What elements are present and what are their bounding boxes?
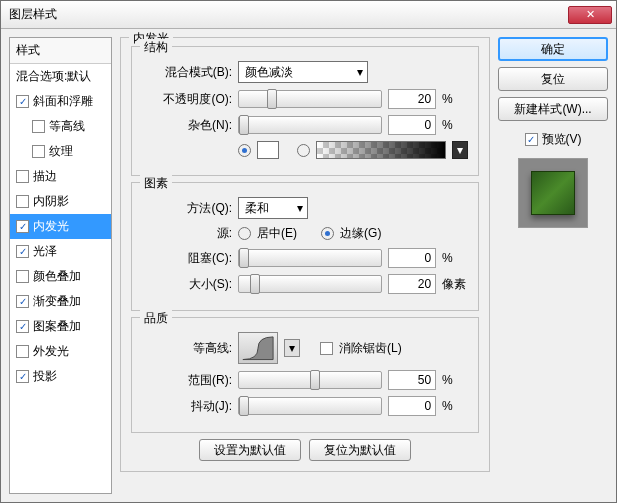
checkbox-icon[interactable] <box>32 145 45 158</box>
quality-legend: 品质 <box>140 310 172 327</box>
checkbox-icon[interactable] <box>16 245 29 258</box>
checkbox-icon[interactable] <box>16 295 29 308</box>
choke-unit: % <box>442 251 468 265</box>
contour-curve-icon <box>241 335 275 361</box>
jitter-label: 抖动(J): <box>142 398 232 415</box>
choke-input[interactable] <box>388 248 436 268</box>
style-item-bevel[interactable]: 斜面和浮雕 <box>10 89 111 114</box>
gradient-radio[interactable] <box>297 144 310 157</box>
style-list-header: 样式 <box>10 38 111 64</box>
source-center-label: 居中(E) <box>257 225 297 242</box>
style-item-stroke[interactable]: 描边 <box>10 164 111 189</box>
checkbox-icon[interactable] <box>16 170 29 183</box>
source-label: 源: <box>142 225 232 242</box>
range-input[interactable] <box>388 370 436 390</box>
titlebar: 图层样式 ✕ <box>1 1 616 29</box>
style-item-texture[interactable]: 纹理 <box>10 139 111 164</box>
style-item-outer-glow[interactable]: 外发光 <box>10 339 111 364</box>
main-panel: 内发光 结构 混合模式(B): 颜色减淡 不透明度(O): % 杂色(N): <box>120 37 490 494</box>
dialog-title: 图层样式 <box>9 6 568 23</box>
style-item-satin[interactable]: 光泽 <box>10 239 111 264</box>
inner-glow-group: 内发光 结构 混合模式(B): 颜色减淡 不透明度(O): % 杂色(N): <box>120 37 490 472</box>
preview-label: 预览(V) <box>542 131 582 148</box>
reset-default-button[interactable]: 复位为默认值 <box>309 439 411 461</box>
range-slider[interactable] <box>238 371 382 389</box>
glow-color-swatch[interactable] <box>257 141 279 159</box>
jitter-slider[interactable] <box>238 397 382 415</box>
size-input[interactable] <box>388 274 436 294</box>
style-item-inner-glow[interactable]: 内发光 <box>10 214 111 239</box>
cancel-button[interactable]: 复位 <box>498 67 608 91</box>
gradient-dropdown-icon[interactable]: ▾ <box>452 141 468 159</box>
checkbox-icon[interactable] <box>16 320 29 333</box>
source-edge-radio[interactable] <box>321 227 334 240</box>
checkbox-icon[interactable] <box>32 120 45 133</box>
close-button[interactable]: ✕ <box>568 6 612 24</box>
opacity-unit: % <box>442 92 468 106</box>
opacity-input[interactable] <box>388 89 436 109</box>
preview-swatch-icon <box>531 171 575 215</box>
style-item-contour[interactable]: 等高线 <box>10 114 111 139</box>
glow-gradient-picker[interactable] <box>316 141 446 159</box>
size-unit: 像素 <box>442 276 468 293</box>
preview-thumbnail <box>518 158 588 228</box>
style-item-inner-shadow[interactable]: 内阴影 <box>10 189 111 214</box>
size-label: 大小(S): <box>142 276 232 293</box>
color-radio[interactable] <box>238 144 251 157</box>
blend-mode-select[interactable]: 颜色减淡 <box>238 61 368 83</box>
checkbox-icon[interactable] <box>16 195 29 208</box>
style-list: 样式 混合选项:默认 斜面和浮雕 等高线 纹理 描边 内阴影 内发光 光泽 颜色… <box>9 37 112 494</box>
quality-group: 品质 等高线: ▾ 消除锯齿(L) 范围(R): <box>131 317 479 433</box>
checkbox-icon[interactable] <box>16 370 29 383</box>
choke-slider[interactable] <box>238 249 382 267</box>
structure-legend: 结构 <box>140 39 172 56</box>
source-center-radio[interactable] <box>238 227 251 240</box>
antialias-label: 消除锯齿(L) <box>339 340 402 357</box>
contour-label: 等高线: <box>142 340 232 357</box>
checkbox-icon[interactable] <box>16 220 29 233</box>
new-style-button[interactable]: 新建样式(W)... <box>498 97 608 121</box>
structure-group: 结构 混合模式(B): 颜色减淡 不透明度(O): % 杂色(N): <box>131 46 479 176</box>
style-item-pattern-overlay[interactable]: 图案叠加 <box>10 314 111 339</box>
noise-label: 杂色(N): <box>142 117 232 134</box>
set-default-button[interactable]: 设置为默认值 <box>199 439 301 461</box>
elements-legend: 图素 <box>140 175 172 192</box>
source-edge-label: 边缘(G) <box>340 225 381 242</box>
elements-group: 图素 方法(Q): 柔和 源: 居中(E) 边缘(G) 阻塞(C): <box>131 182 479 311</box>
range-unit: % <box>442 373 468 387</box>
contour-dropdown-icon[interactable]: ▾ <box>284 339 300 357</box>
checkbox-icon[interactable] <box>16 95 29 108</box>
preview-checkbox[interactable] <box>525 133 538 146</box>
range-label: 范围(R): <box>142 372 232 389</box>
jitter-input[interactable] <box>388 396 436 416</box>
opacity-label: 不透明度(O): <box>142 91 232 108</box>
style-item-gradient-overlay[interactable]: 渐变叠加 <box>10 289 111 314</box>
style-item-drop-shadow[interactable]: 投影 <box>10 364 111 389</box>
opacity-slider[interactable] <box>238 90 382 108</box>
blend-options-item[interactable]: 混合选项:默认 <box>10 64 111 89</box>
checkbox-icon[interactable] <box>16 345 29 358</box>
size-slider[interactable] <box>238 275 382 293</box>
style-item-color-overlay[interactable]: 颜色叠加 <box>10 264 111 289</box>
checkbox-icon[interactable] <box>16 270 29 283</box>
actions-column: 确定 复位 新建样式(W)... 预览(V) <box>498 37 608 494</box>
technique-label: 方法(Q): <box>142 200 232 217</box>
contour-picker[interactable] <box>238 332 278 364</box>
noise-slider[interactable] <box>238 116 382 134</box>
antialias-checkbox[interactable] <box>320 342 333 355</box>
choke-label: 阻塞(C): <box>142 250 232 267</box>
jitter-unit: % <box>442 399 468 413</box>
technique-select[interactable]: 柔和 <box>238 197 308 219</box>
layer-style-dialog: 图层样式 ✕ 样式 混合选项:默认 斜面和浮雕 等高线 纹理 描边 内阴影 内发… <box>0 0 617 503</box>
noise-unit: % <box>442 118 468 132</box>
noise-input[interactable] <box>388 115 436 135</box>
blend-mode-label: 混合模式(B): <box>142 64 232 81</box>
ok-button[interactable]: 确定 <box>498 37 608 61</box>
